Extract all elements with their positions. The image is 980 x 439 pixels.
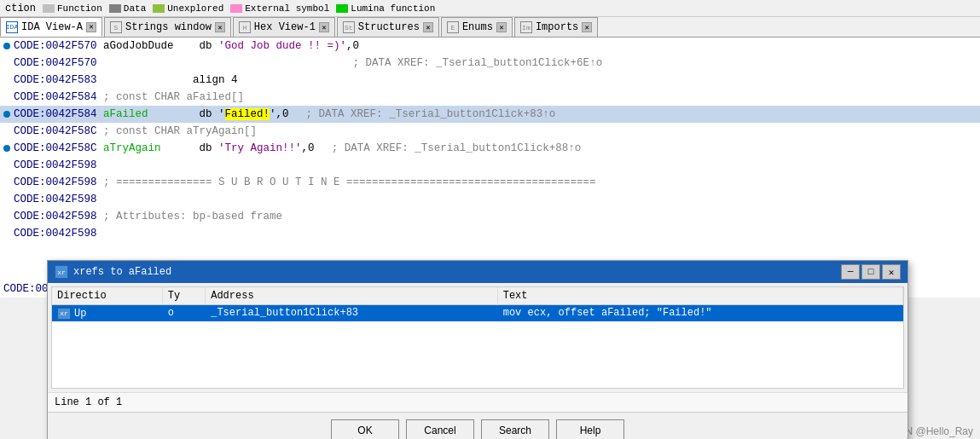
code-line-10: CODE:0042F598 [0,191,980,208]
breakpoint-dot-7 [3,145,10,152]
legend-data: Data [109,3,146,14]
code-addr-12: CODE:0042F598 [14,225,97,242]
code-line-1: CODE:0042F570 aGodJobDude db 'God Job du… [0,38,980,55]
xref-row-icon: xr [57,308,71,320]
legend-function: Function [43,3,102,14]
code-comment-4: ; const CHAR aFailed[] [97,89,245,106]
code-addr-10: CODE:0042F598 [14,191,97,208]
tab-strings-label: Strings window [125,21,212,33]
dialog-icon-text: xr [57,269,66,276]
code-comment-2: ; DATA XREF: _Tserial_button1Click+6E↑o [97,55,603,72]
dialog-maximize-button[interactable]: □ [861,264,880,280]
tab-imports[interactable]: Im Imports ✕ [514,17,598,37]
col-direction: Directio [52,287,162,305]
tab-ida-icon: IDA [6,21,18,33]
code-addr-4: CODE:0042F584 [14,89,97,106]
tab-imports-icon: Im [520,21,532,33]
code-addr-1: CODE:0042F570 [14,38,97,55]
tab-structures-close[interactable]: ✕ [423,22,433,32]
code-line-4: CODE:0042F584 ; const CHAR aFailed[] [0,89,980,106]
tab-strings-close[interactable]: ✕ [215,22,225,32]
code-comment-7: ; DATA XREF: _Tserial_button1Click+88↑o [332,140,582,157]
tab-imports-label: Imports [536,21,578,33]
code-line-8: CODE:0042F598 [0,157,980,174]
legend-function-color [43,4,55,13]
code-content-5: aFailed db 'Failed!',0 [97,106,289,123]
legend-lumina: Lumina function [336,3,435,14]
tab-hex-close[interactable]: ✕ [319,22,329,32]
legend-external: External symbol [230,3,329,14]
cancel-button[interactable]: Cancel [406,419,474,439]
code-line-9: CODE:0042F598 ; =============== S U B R … [0,174,980,191]
xrefs-table: Directio Ty Address Text xr Up o _Tseria… [52,287,903,321]
breakpoint-dot-1 [3,43,10,49]
dialog-status-text: Line 1 of 1 [55,396,122,408]
code-comment-6: ; const CHAR aTryAgain[] [97,123,258,140]
tab-strings[interactable]: S Strings window ✕ [104,17,231,37]
code-content-1: aGodJobDude db 'God Job dude !! =)',0 [97,38,360,55]
code-addr-3: CODE:0042F583 [14,72,97,89]
col-text: Text [497,287,902,305]
dialog-titlebar: xr xrefs to aFailed ─ □ ✕ [48,261,908,283]
tab-bar: IDA IDA View-A ✕ S Strings window ✕ H He… [0,17,980,38]
tab-ida-close[interactable]: ✕ [86,22,96,32]
code-line-7: CODE:0042F58C aTryAgain db 'Try Again!!'… [0,140,980,157]
code-addr-7: CODE:0042F58C [14,140,97,157]
dialog-title: xrefs to aFailed [73,266,171,278]
dialog-minimize-button[interactable]: ─ [841,264,860,280]
dialog-titlebar-left: xr xrefs to aFailed [55,265,171,279]
legend-section-label: ction [5,3,36,14]
code-addr-2: CODE:0042F570 [14,55,97,72]
tab-strings-icon: S [110,21,122,33]
help-button[interactable]: Help [556,419,624,439]
legend-unexplored-color [153,4,165,13]
tab-hex-label: Hex View-1 [254,21,316,33]
xref-row-1[interactable]: xr Up o _Tserial_button1Click+83 mov ecx… [52,305,903,321]
legend-lumina-label: Lumina function [351,3,435,14]
tab-hex-view[interactable]: H Hex View-1 ✕ [233,17,335,37]
xref-row-1-direction: xr Up [52,305,162,321]
tab-structures-icon: St [343,21,355,33]
tab-structures-label: Structures [358,21,420,33]
code-line-12: CODE:0042F598 [0,225,980,242]
tab-enums[interactable]: E Enums ✕ [441,17,513,37]
legend-bar: ction Function Data Unexplored External … [0,0,980,17]
dialog-close-button[interactable]: ✕ [882,264,901,280]
code-content-3: align 4 [97,72,238,89]
xref-row-1-text: mov ecx, offset aFailed; "Failed!" [497,305,902,321]
ok-button[interactable]: OK [331,419,399,439]
xrefs-table-header: Directio Ty Address Text [52,287,903,305]
code-line-11: CODE:0042F598 ; Attributes: bp-based fra… [0,208,980,225]
code-line-2: CODE:0042F570 ; DATA XREF: _Tserial_butt… [0,55,980,72]
legend-data-color [109,4,121,13]
dialog-controls: ─ □ ✕ [841,264,901,280]
tab-ida-view[interactable]: IDA IDA View-A ✕ [0,17,102,37]
col-type: Ty [162,287,206,305]
tab-ida-label: IDA View-A [21,21,83,33]
legend-function-label: Function [57,3,102,14]
tab-imports-close[interactable]: ✕ [582,22,592,32]
legend-lumina-color [336,4,348,13]
legend-external-label: External symbol [245,3,329,14]
search-button[interactable]: Search [481,419,549,439]
dialog-status: Line 1 of 1 [48,392,908,412]
code-comment-9: ; =============== S U B R O U T I N E ==… [97,174,596,191]
tab-enums-label: Enums [462,21,493,33]
tab-structures[interactable]: St Structures ✕ [337,17,439,37]
xref-row-1-address: _Tserial_button1Click+83 [206,305,498,321]
xref-row-1-type: o [162,305,206,321]
code-addr-6: CODE:0042F58C [14,123,97,140]
code-addr-5: CODE:0042F584 [14,106,97,123]
code-addr-11: CODE:0042F598 [14,208,97,225]
legend-unexplored: Unexplored [153,3,223,14]
dialog-title-icon: xr [55,265,68,279]
legend-unexplored-label: Unexplored [167,3,223,14]
legend-data-label: Data [124,3,146,14]
code-comment-11: ; Attributes: bp-based frame [97,208,283,225]
tab-enums-close[interactable]: ✕ [496,22,507,32]
code-comment-5: ; DATA XREF: _Tserial_button1Click+83↑o [306,106,556,123]
dialog-buttons: OK Cancel Search Help [48,412,908,439]
breakpoint-dot-5 [3,111,10,118]
code-line-3: CODE:0042F583 align 4 [0,72,980,89]
code-view: CODE:0042F570 aGodJobDude db 'God Job du… [0,38,980,280]
